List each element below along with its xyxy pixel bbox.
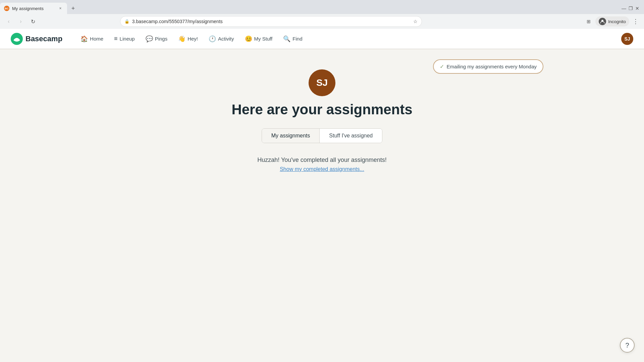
extensions-button[interactable]: ⊞	[584, 17, 593, 26]
logo[interactable]: Basecamp	[11, 33, 62, 45]
window-controls: — ❐ ✕	[621, 6, 644, 11]
bookmark-icon[interactable]: ☆	[413, 19, 418, 24]
tab-title: My assignments	[12, 6, 55, 11]
email-badge[interactable]: ✓ Emailing my assignments every Monday	[433, 59, 543, 74]
nav-activity[interactable]: 🕐 Activity	[204, 33, 239, 45]
nav-mystuff-label: My Stuff	[254, 36, 273, 42]
home-icon: 🏠	[80, 35, 88, 43]
user-avatar-nav[interactable]: SJ	[621, 33, 633, 45]
app-nav: Basecamp 🏠 Home ≡ Lineup 💬 Pings 👋 Hey! …	[0, 29, 644, 49]
assignments-tabs: My assignments Stuff I've assigned	[262, 128, 383, 143]
hey-icon: 👋	[178, 35, 185, 43]
tab-my-assignments[interactable]: My assignments	[262, 129, 320, 143]
tab-bar: BC My assignments × + — ❐ ✕	[0, 0, 644, 14]
basecamp-logo-icon	[11, 33, 23, 45]
incognito-button[interactable]: Incognito	[595, 16, 629, 26]
completed-message: Huzzah! You've completed all your assign…	[257, 157, 387, 164]
nav-items: 🏠 Home ≡ Lineup 💬 Pings 👋 Hey! 🕐 Activit…	[76, 33, 307, 45]
new-tab-button[interactable]: +	[68, 4, 78, 13]
tab-favicon: BC	[4, 6, 9, 11]
browser-actions: ⊞ Incognito ⋮	[584, 16, 640, 26]
nav-lineup-label: Lineup	[120, 36, 135, 42]
nav-find-label: Find	[292, 36, 302, 42]
help-button[interactable]: ?	[620, 338, 635, 353]
incognito-icon	[599, 18, 606, 25]
forward-button[interactable]: ›	[16, 17, 25, 26]
url-text: 3.basecamp.com/5550377/my/assignments	[132, 19, 411, 24]
nav-hey-label: Hey!	[187, 36, 198, 42]
completed-section: Huzzah! You've completed all your assign…	[257, 157, 387, 172]
browser-menu-button[interactable]: ⋮	[631, 16, 640, 26]
find-icon: 🔍	[283, 35, 290, 43]
address-bar-row: ‹ › ↻ 🔒 3.basecamp.com/5550377/my/assign…	[0, 14, 644, 29]
browser-chrome: BC My assignments × + — ❐ ✕ ‹ › ↻ 🔒 3.ba…	[0, 0, 644, 29]
minimize-button[interactable]: —	[621, 6, 627, 11]
incognito-label: Incognito	[608, 19, 626, 24]
close-window-button[interactable]: ✕	[635, 6, 640, 11]
maximize-button[interactable]: ❐	[628, 6, 633, 11]
reload-button[interactable]: ↻	[28, 17, 38, 26]
logo-text: Basecamp	[25, 35, 62, 43]
tab-stuff-assigned[interactable]: Stuff I've assigned	[320, 129, 382, 143]
nav-lineup[interactable]: ≡ Lineup	[109, 33, 140, 45]
page-content: Basecamp 🏠 Home ≡ Lineup 💬 Pings 👋 Hey! …	[0, 29, 644, 362]
back-button[interactable]: ‹	[4, 17, 13, 26]
show-completed-link[interactable]: Show my completed assignments...	[280, 166, 364, 172]
lineup-icon: ≡	[114, 35, 118, 42]
nav-find[interactable]: 🔍 Find	[278, 33, 307, 45]
nav-activity-label: Activity	[218, 36, 234, 42]
address-bar[interactable]: 🔒 3.basecamp.com/5550377/my/assignments …	[120, 16, 422, 27]
email-check-icon: ✓	[440, 63, 444, 70]
main-content: ✓ Emailing my assignments every Monday S…	[0, 49, 644, 186]
active-tab[interactable]: BC My assignments ×	[0, 3, 67, 14]
email-badge-label: Emailing my assignments every Monday	[447, 64, 537, 69]
nav-home[interactable]: 🏠 Home	[76, 33, 108, 45]
nav-pings[interactable]: 💬 Pings	[141, 33, 172, 45]
user-avatar-large[interactable]: SJ	[309, 69, 335, 96]
lock-icon: 🔒	[124, 19, 129, 24]
page-title: Here are your assignments	[231, 102, 412, 118]
nav-hey[interactable]: 👋 Hey!	[173, 33, 203, 45]
nav-pings-label: Pings	[155, 36, 168, 42]
nav-mystuff[interactable]: 😊 My Stuff	[240, 33, 277, 45]
tab-close-button[interactable]: ×	[58, 6, 63, 11]
pings-icon: 💬	[146, 35, 153, 43]
nav-home-label: Home	[90, 36, 103, 42]
activity-icon: 🕐	[209, 35, 216, 43]
mystuff-icon: 😊	[245, 35, 252, 43]
